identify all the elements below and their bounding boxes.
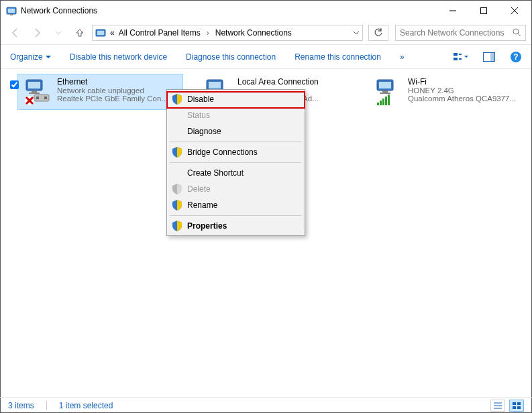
svg-rect-21 <box>32 91 37 93</box>
organize-button[interactable]: Organize <box>10 52 51 62</box>
svg-rect-40 <box>379 82 391 88</box>
connection-name: Local Area Connection <box>237 77 319 86</box>
connection-status: HONEY 2.4G <box>408 86 516 95</box>
svg-rect-1 <box>8 9 15 13</box>
recent-dropdown[interactable] <box>49 23 68 42</box>
breadcrumb-item[interactable]: Network Connections <box>215 28 292 38</box>
svg-rect-30 <box>209 82 221 88</box>
more-commands-button[interactable]: » <box>400 52 405 62</box>
close-button[interactable] <box>499 1 530 21</box>
svg-rect-13 <box>459 54 462 55</box>
svg-rect-22 <box>29 93 40 94</box>
svg-rect-52 <box>517 402 521 405</box>
view-options-button[interactable] <box>454 52 468 62</box>
svg-rect-25 <box>44 97 47 99</box>
svg-rect-8 <box>97 31 104 35</box>
connection-adapter: Realtek PCIe GbE Family Con... <box>57 95 168 103</box>
search-icon <box>513 28 521 37</box>
address-bar[interactable]: « All Control Panel Items › Network Conn… <box>92 25 363 41</box>
svg-rect-44 <box>380 101 382 105</box>
connection-adapter: Qualcomm Atheros QCA9377... <box>408 95 516 103</box>
content-area: Ethernet Network cable unplugged Realtek… <box>1 69 531 390</box>
status-divider <box>46 401 47 410</box>
breadcrumb-item[interactable]: All Control Panel Items <box>119 28 201 38</box>
connection-item-wifi[interactable]: Wi-Fi HONEY 2.4G Qualcomm Atheros QCA937… <box>369 74 523 109</box>
svg-rect-12 <box>454 58 458 60</box>
folder-icon <box>95 27 106 38</box>
svg-rect-54 <box>517 406 521 409</box>
menu-item-rename[interactable]: Rename <box>168 197 303 213</box>
svg-rect-46 <box>385 97 387 105</box>
help-button[interactable]: ? <box>510 51 522 63</box>
menu-separator <box>170 141 302 142</box>
search-input[interactable]: Search Network Connections <box>395 25 526 41</box>
svg-line-10 <box>518 34 521 36</box>
menu-item-delete: Delete <box>168 181 303 197</box>
svg-rect-11 <box>454 53 458 56</box>
search-placeholder: Search Network Connections <box>400 28 509 38</box>
selection-count: 1 item selected <box>59 401 113 410</box>
connection-name: Ethernet <box>57 77 168 86</box>
menu-item-status: Status <box>168 107 303 123</box>
rename-button[interactable]: Rename this connection <box>295 52 381 62</box>
connection-name: Wi-Fi <box>408 77 516 86</box>
back-button[interactable] <box>6 23 25 42</box>
shield-icon <box>172 221 182 231</box>
shield-icon <box>172 147 182 158</box>
svg-rect-42 <box>380 93 390 94</box>
shield-icon <box>172 184 182 194</box>
minimize-button[interactable] <box>437 1 468 21</box>
context-menu: Disable Status Diagnose Bridge Connectio… <box>166 89 305 236</box>
title-bar: Network Connections <box>1 1 531 21</box>
svg-rect-16 <box>490 53 494 61</box>
navigation-bar: « All Control Panel Items › Network Conn… <box>1 21 531 45</box>
diagnose-button[interactable]: Diagnose this connection <box>186 52 276 62</box>
svg-rect-47 <box>388 95 390 105</box>
app-icon <box>6 5 17 16</box>
menu-item-disable[interactable]: Disable <box>168 91 303 107</box>
svg-rect-43 <box>377 103 379 105</box>
svg-point-9 <box>513 29 519 34</box>
svg-rect-45 <box>382 99 384 105</box>
svg-rect-24 <box>36 97 39 99</box>
disable-device-button[interactable]: Disable this network device <box>70 52 167 62</box>
maximize-button[interactable] <box>468 1 499 21</box>
svg-rect-14 <box>459 58 462 60</box>
menu-item-shortcut[interactable]: Create Shortcut <box>168 165 303 181</box>
up-button[interactable] <box>70 23 89 42</box>
wifi-icon <box>373 77 403 107</box>
connection-checkbox[interactable] <box>10 80 19 89</box>
breadcrumb-prefix: « <box>110 28 115 38</box>
forward-button[interactable] <box>28 23 46 42</box>
menu-separator <box>170 215 302 216</box>
svg-rect-41 <box>382 91 388 93</box>
ethernet-icon <box>22 77 52 107</box>
svg-text:?: ? <box>513 52 518 62</box>
window-title: Network Connections <box>21 6 97 15</box>
connection-item-ethernet[interactable]: Ethernet Network cable unplugged Realtek… <box>18 74 182 109</box>
menu-item-properties[interactable]: Properties <box>168 218 303 234</box>
item-count: 3 items <box>8 401 34 410</box>
connection-status: Network cable unplugged <box>57 86 168 95</box>
shield-icon <box>172 94 182 105</box>
menu-item-diagnose[interactable]: Diagnose <box>168 123 303 139</box>
preview-pane-button[interactable] <box>483 52 495 62</box>
svg-rect-20 <box>28 82 40 88</box>
menu-separator <box>170 162 302 163</box>
details-view-button[interactable] <box>490 400 505 412</box>
svg-rect-53 <box>513 406 516 409</box>
shield-icon <box>172 200 182 211</box>
refresh-button[interactable] <box>368 25 388 41</box>
command-bar: Organize Disable this network device Dia… <box>1 45 531 69</box>
address-dropdown-icon[interactable] <box>353 30 360 36</box>
svg-rect-2 <box>10 14 13 15</box>
chevron-right-icon: › <box>207 28 209 38</box>
status-bar: 3 items 1 item selected <box>0 397 532 413</box>
svg-rect-51 <box>513 402 516 405</box>
menu-item-bridge[interactable]: Bridge Connections <box>168 144 303 160</box>
icons-view-button[interactable] <box>509 400 524 412</box>
svg-rect-4 <box>481 8 487 14</box>
